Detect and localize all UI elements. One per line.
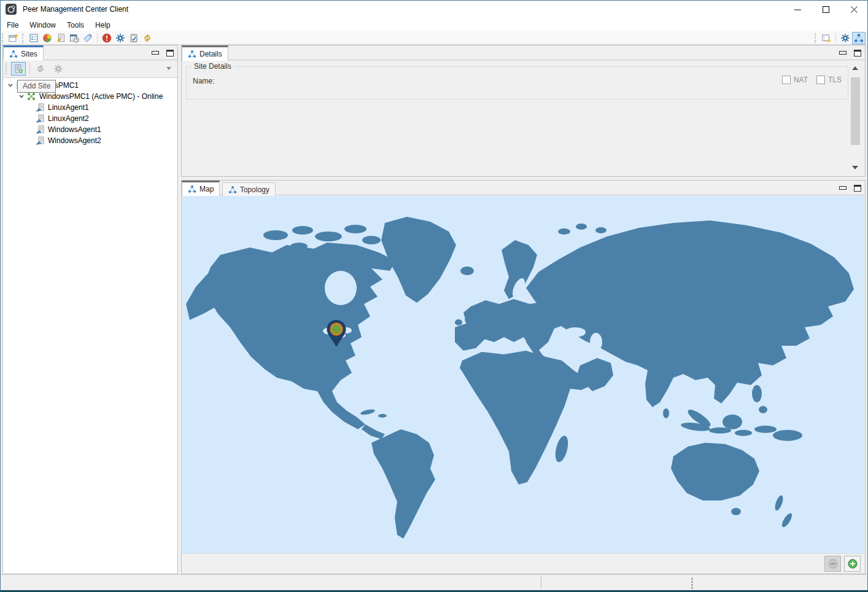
map-tabrow: Map Topology xyxy=(182,181,865,195)
maximize-view-icon[interactable] xyxy=(166,50,174,56)
title-bar: Peer Management Center Client xyxy=(0,0,868,18)
tree-row-agent[interactable]: WindowsAgent1 xyxy=(3,124,177,135)
maximize-view-icon[interactable] xyxy=(854,50,861,56)
pmc-perspective-icon[interactable] xyxy=(852,32,866,44)
zoom-out-button[interactable] xyxy=(824,556,841,572)
pmc-node-icon xyxy=(26,92,36,101)
nat-checkbox[interactable]: NAT xyxy=(782,76,808,84)
network-triangle-icon xyxy=(228,185,237,194)
group-title: Site Details xyxy=(192,62,234,71)
tree-row-agent[interactable]: WindowsAgent2 xyxy=(3,135,177,146)
checklist-icon[interactable] xyxy=(127,32,141,44)
peer-logo-icon xyxy=(6,4,17,15)
tree-label-agent[interactable]: WindowsAgent1 xyxy=(48,125,101,134)
workspace: Sites xyxy=(0,45,868,574)
maximize-button[interactable] xyxy=(812,0,840,18)
tree-row-agent[interactable]: LinuxAgent1 xyxy=(3,102,177,113)
tree-label-agent[interactable]: LinuxAgent2 xyxy=(48,114,89,123)
open-perspective-icon[interactable] xyxy=(820,32,833,44)
gear-icon xyxy=(53,64,63,74)
tab-sites-label: Sites xyxy=(21,50,37,58)
nat-checkbox-label: NAT xyxy=(794,76,808,84)
name-label: Name: xyxy=(193,77,214,85)
world-map-svg xyxy=(182,196,864,553)
menu-file[interactable]: File xyxy=(1,19,24,31)
location-pin-icon[interactable] xyxy=(324,318,349,352)
sites-tabrow: Sites xyxy=(3,45,177,60)
details-tabrow: Details xyxy=(182,45,865,60)
details-panel: Details Site Details Name: NAT TLS xyxy=(181,45,866,177)
agent-icon xyxy=(35,103,45,112)
sync-icon[interactable] xyxy=(141,32,154,44)
site-settings-button[interactable] xyxy=(51,62,66,76)
agent-icon xyxy=(35,125,45,134)
sites-panel: Sites xyxy=(2,45,178,574)
menu-window[interactable]: Window xyxy=(24,19,61,31)
job-queue-icon[interactable] xyxy=(54,32,68,44)
tab-sites[interactable]: Sites xyxy=(3,45,44,61)
close-button[interactable] xyxy=(840,0,868,18)
tree-label-pmc[interactable]: WindowsPMC1 (Active PMC) - Online xyxy=(39,92,163,101)
scrollbar-thumb[interactable] xyxy=(851,77,860,145)
add-site-tooltip: Add Site xyxy=(17,80,56,93)
add-site-icon xyxy=(14,64,23,74)
status-bar xyxy=(0,574,868,590)
minimize-view-icon[interactable] xyxy=(839,51,847,55)
tab-details[interactable]: Details xyxy=(182,45,228,61)
toolbar-separator xyxy=(835,33,836,43)
tab-details-label: Details xyxy=(200,50,222,58)
tls-checkbox-box[interactable] xyxy=(816,76,825,84)
status-bar-divider xyxy=(541,577,541,588)
site-details-group: Site Details Name: NAT TLS xyxy=(186,66,848,99)
toolbar-separator xyxy=(29,63,30,74)
perspective-bar xyxy=(813,31,866,45)
minimize-button[interactable] xyxy=(783,0,812,18)
sites-tree: WindowsPMC1 WindowsPMC1 (Active PMC) - O… xyxy=(3,77,177,574)
maximize-view-icon[interactable] xyxy=(854,185,861,192)
zoom-out-icon xyxy=(827,558,839,569)
nat-checkbox-box[interactable] xyxy=(782,76,791,84)
tag-icon[interactable] xyxy=(81,32,95,44)
chevron-down-icon[interactable] xyxy=(6,80,15,90)
window-title: Peer Management Center Client xyxy=(23,5,128,14)
zoom-in-icon xyxy=(847,558,858,569)
toolbar-grip[interactable] xyxy=(6,63,8,74)
toolbar-grip[interactable] xyxy=(22,33,25,43)
preferences-icon[interactable] xyxy=(27,32,41,44)
tree-row-agent[interactable]: LinuxAgent2 xyxy=(3,113,177,124)
sites-view-toolbar xyxy=(3,60,177,77)
scroll-down-icon[interactable] xyxy=(852,166,858,169)
pie-chart-icon[interactable] xyxy=(41,32,54,44)
settings-perspective-icon[interactable] xyxy=(839,32,852,44)
details-scrollbar[interactable] xyxy=(850,64,861,172)
tab-map-label: Map xyxy=(200,185,214,193)
tree-label-agent[interactable]: WindowsAgent2 xyxy=(48,136,101,145)
minimize-view-icon[interactable] xyxy=(152,51,159,55)
add-site-button[interactable] xyxy=(11,62,26,76)
world-map[interactable] xyxy=(182,196,864,553)
main-toolbar xyxy=(0,31,868,45)
menu-bar: File Window Tools Help xyxy=(0,18,868,31)
view-menu-chevron-down-icon[interactable] xyxy=(166,67,171,70)
refresh-button[interactable] xyxy=(33,62,48,76)
minimize-view-icon[interactable] xyxy=(839,186,847,190)
menu-help[interactable]: Help xyxy=(90,19,116,31)
tab-map[interactable]: Map xyxy=(182,181,220,196)
zoom-in-button[interactable] xyxy=(844,556,861,572)
settings-gear-icon[interactable] xyxy=(114,32,127,44)
tls-checkbox[interactable]: TLS xyxy=(816,76,842,84)
tree-label-agent[interactable]: LinuxAgent1 xyxy=(48,103,89,112)
status-grip-dots xyxy=(691,578,693,589)
alerts-icon[interactable] xyxy=(100,32,114,44)
site-details-form: Site Details Name: NAT TLS xyxy=(182,61,864,176)
menu-tools[interactable]: Tools xyxy=(61,19,90,31)
toolbar-grip[interactable] xyxy=(2,33,5,43)
map-zoom-controls xyxy=(182,553,864,573)
tab-topology[interactable]: Topology xyxy=(222,182,276,197)
toolbar-grip[interactable] xyxy=(815,33,818,43)
schedule-icon[interactable] xyxy=(68,32,81,44)
new-window-icon[interactable] xyxy=(7,32,20,44)
agent-icon xyxy=(35,114,45,123)
chevron-down-icon[interactable] xyxy=(17,92,26,101)
scroll-up-icon[interactable] xyxy=(852,66,858,70)
